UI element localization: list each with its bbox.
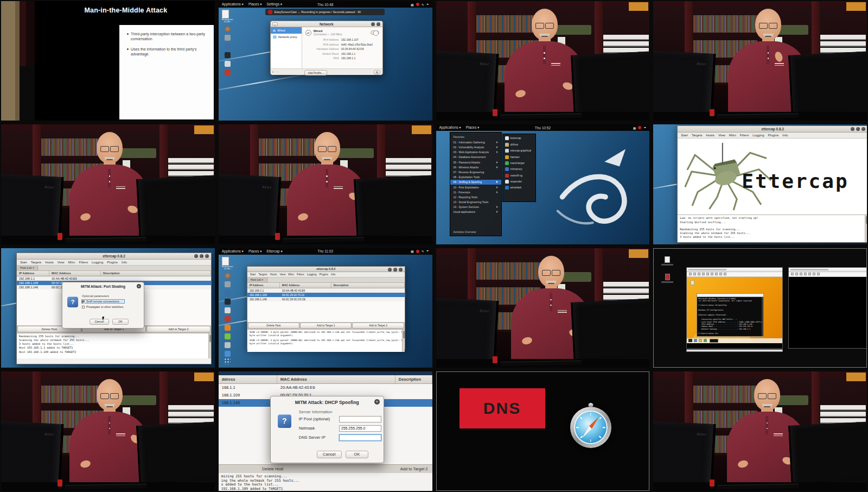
host-row[interactable]: 192.168.1.120:AA:4B:42:43:E6 [247,288,405,293]
checkbox-icon[interactable] [82,306,85,308]
system-status-icon[interactable]: ⏷ [643,126,646,130]
app-icon[interactable] [704,339,707,342]
menu-item-information-gathering[interactable]: 01 - Information Gathering [450,140,501,144]
places-menu[interactable]: Places ▾ [248,249,262,254]
menu-view[interactable]: View [58,261,65,264]
scrollbar[interactable] [865,215,867,242]
cancel-button[interactable]: Cancel [317,451,342,458]
submenu-item-macchanger[interactable]: macchanger [503,160,535,166]
close-button[interactable] [861,127,865,131]
dialog-close-button[interactable]: × [374,399,380,405]
menu-item-social-engineering-tools[interactable]: 13 - Social Engineering Tools [450,200,501,205]
places-menu[interactable]: Places ▾ [248,2,262,7]
ip-pool-input[interactable] [339,416,381,422]
window-titlebar[interactable]: ettercap 0.8.2 [678,126,867,133]
start-button[interactable] [688,339,692,342]
scrollbar[interactable] [208,333,211,358]
add-profile-button[interactable]: Add Profile... [304,70,328,75]
menu-logging[interactable]: Logging [92,261,103,264]
menu-item-reverse-engineering[interactable]: 07 - Reverse Engineering [450,169,501,174]
avatar-icon[interactable] [225,26,231,32]
submenu-item-ettercap-graphical[interactable]: ettercap-graphical [503,148,535,154]
menu-item-forensics[interactable]: 11 - Forensics [450,190,501,194]
favorites-label[interactable]: Favorites [450,134,501,140]
menu-hosts[interactable]: Hosts [45,261,53,264]
dock-icon[interactable] [225,325,231,331]
activities-overview-link[interactable]: Activities Overview [454,230,476,234]
ettercap-app-menu[interactable]: Ettercap ▾ [266,249,282,254]
dock-icon[interactable] [225,35,231,41]
window-titlebar[interactable]: ettercap 0.8.2 [247,267,405,272]
menu-view[interactable]: View [718,134,725,137]
submenu-item-netsniff-ng[interactable]: netsniff-ng [503,173,535,179]
system-status-icon[interactable]: ⏷ [426,249,429,253]
menu-item-sniffing-spoofing[interactable]: 09 - Sniffing & Spoofing [450,180,501,185]
menu-start[interactable]: Start [250,273,256,276]
minimize-button[interactable] [194,254,198,258]
window-titlebar[interactable]: ‹ Network [271,21,382,27]
applications-menu[interactable]: Applications ▾ [222,2,244,7]
netmask-input[interactable] [339,425,381,432]
menu-mitm[interactable]: Mitm [729,134,736,137]
host-row[interactable]: 192.168.1.14600:0C:29:3C:03:CE [247,297,405,301]
wired-toggle[interactable] [371,30,379,35]
host-row[interactable]: 168.1.120:AA:4B:42:43:E6 [219,384,432,392]
cancel-button[interactable]: Cancel [90,319,109,325]
menu-hosts[interactable]: Hosts [706,134,714,137]
submenu-item-mitmproxy[interactable]: mitmproxy [503,166,535,172]
keyboard-layout-icon[interactable]: ▦ [411,3,414,7]
menu-view[interactable]: View [280,273,286,276]
show-applications-icon[interactable] [224,358,231,364]
menu-item-database-assessment[interactable]: 04 - Database Assessment [450,155,501,160]
add-remove-buttons[interactable]: + − [272,70,279,73]
menu-item-post-exploitation[interactable]: 10 - Post Exploitation [450,185,501,190]
dock-icon[interactable] [225,70,231,75]
menu-logging[interactable]: Logging [752,134,764,137]
maximize-button[interactable] [856,127,860,131]
dock-icon[interactable] [225,52,231,58]
add-to-target2-button[interactable]: Add to Target 2 [400,466,432,471]
document-icon[interactable] [665,256,670,263]
menu-filters[interactable]: Filters [297,273,304,276]
avatar-icon[interactable] [225,273,231,279]
menu-targets[interactable]: Targets [258,273,267,276]
host-row[interactable]: 192.168.1.120:AA:4B:42:43:E6 [17,276,211,281]
recording-notification[interactable]: EasyScreenCast → Recording in progress /… [265,9,385,15]
minimize-button[interactable] [851,127,854,131]
applications-menu[interactable]: Applications ▾ [439,125,461,130]
menu-item-wireless-attacks[interactable]: 06 - Wireless Attacks [450,165,501,169]
menu-plugins[interactable]: Plugins [768,134,779,137]
dialog-close-button[interactable]: × [137,284,141,288]
submenu-item-wireshark[interactable]: wireshark [503,185,535,191]
back-button[interactable]: ‹ [272,22,278,26]
ie-icon[interactable] [694,339,697,342]
keyboard-layout-icon[interactable]: ▦ [633,126,636,130]
minimize-button[interactable] [371,22,375,26]
menu-item-password-attacks[interactable]: 05 - Password Attacks [450,160,501,165]
system-status-icon[interactable]: ⏷ [426,3,429,7]
pencil-icon[interactable]: ✎ [422,249,424,253]
screencast-file-icon[interactable] [222,10,229,18]
menu-item-system-services[interactable]: 14 - System Services [450,205,501,210]
places-menu[interactable]: Places ▾ [466,125,480,130]
checkbox-checked-icon[interactable] [82,300,85,303]
applications-menu[interactable]: Applications ▾ [222,249,244,254]
submenu-item-hamster[interactable]: hamster [503,154,535,160]
close-button[interactable] [205,254,209,258]
menu-start[interactable]: Start [20,261,27,264]
minimize-button[interactable] [388,268,392,272]
submenu-item-responder[interactable]: responder [503,179,535,185]
add-to-target1-button[interactable]: Add to Target 1 [300,323,352,329]
dock-icon[interactable] [225,307,231,313]
dock-icon[interactable] [225,290,231,296]
menu-item-exploitation-tools[interactable]: 08 - Exploitation Tools [450,175,501,180]
dock-icon[interactable] [225,333,231,339]
tab-host-list[interactable]: Host List × [247,277,267,282]
explorer-icon[interactable] [699,339,702,342]
add-to-target2-button[interactable]: Add to Target 2 [352,323,404,329]
menu-item-usual-applications[interactable]: Usual applications [450,210,501,215]
menu-start[interactable]: Start [681,134,688,137]
dock-icon[interactable] [225,299,231,305]
vm-titlebar[interactable] [687,268,782,272]
ok-button[interactable]: OK [346,451,368,458]
